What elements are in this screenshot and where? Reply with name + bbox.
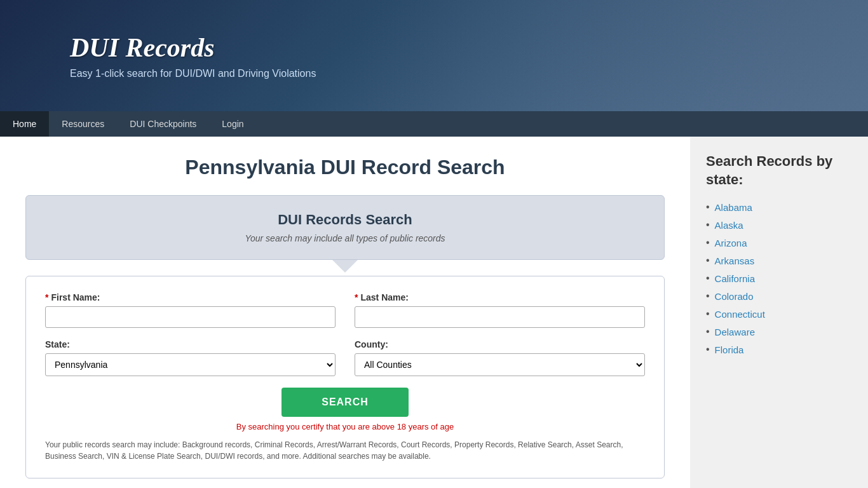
nav-resources[interactable]: Resources xyxy=(49,111,117,137)
first-name-label: *First Name: xyxy=(45,292,336,302)
search-button[interactable]: SEARCH xyxy=(281,388,409,417)
age-warning: By searching you certify that you are ab… xyxy=(45,422,645,431)
county-label: County: xyxy=(355,339,645,349)
main-content: Pennsylvania DUI Record Search DUI Recor… xyxy=(0,137,690,488)
page-body: Pennsylvania DUI Record Search DUI Recor… xyxy=(0,137,868,488)
list-item: Alaska xyxy=(706,219,852,231)
state-link-alaska[interactable]: Alaska xyxy=(715,220,743,231)
first-name-required: * xyxy=(45,292,48,302)
list-item: California xyxy=(706,273,852,284)
state-select[interactable]: Pennsylvania xyxy=(45,353,336,376)
first-name-input[interactable] xyxy=(45,306,336,328)
state-county-row: State: Pennsylvania County: All Counties xyxy=(45,339,645,376)
last-name-required: * xyxy=(355,292,358,302)
form-area: *First Name: *Last Name: State: Pennsylv… xyxy=(25,276,665,478)
state-label: State: xyxy=(45,339,336,349)
state-link-colorado[interactable]: Colorado xyxy=(715,291,754,302)
name-row: *First Name: *Last Name: xyxy=(45,292,645,328)
site-header: DUI Records Easy 1-click search for DUI/… xyxy=(0,0,868,111)
list-item: Arizona xyxy=(706,237,852,248)
site-title: DUI Records xyxy=(70,32,316,63)
triangle-pointer xyxy=(332,260,358,273)
search-box-subtitle: Your search may include all types of pub… xyxy=(42,233,648,243)
first-name-group: *First Name: xyxy=(45,292,336,328)
header-text: DUI Records Easy 1-click search for DUI/… xyxy=(70,32,316,79)
search-box-title: DUI Records Search xyxy=(42,212,648,228)
state-link-alabama[interactable]: Alabama xyxy=(715,202,752,213)
sidebar: Search Records by state: Alabama Alaska … xyxy=(690,137,868,488)
sidebar-title: Search Records by state: xyxy=(706,152,852,189)
list-item: Connecticut xyxy=(706,308,852,320)
list-item: Colorado xyxy=(706,290,852,302)
site-subtitle: Easy 1-click search for DUI/DWI and Driv… xyxy=(70,68,316,79)
state-group: State: Pennsylvania xyxy=(45,339,336,376)
list-item: Delaware xyxy=(706,326,852,337)
list-item: Arkansas xyxy=(706,255,852,266)
state-link-arkansas[interactable]: Arkansas xyxy=(715,255,755,266)
list-item: Alabama xyxy=(706,201,852,213)
state-link-connecticut[interactable]: Connecticut xyxy=(715,309,765,320)
page-title: Pennsylvania DUI Record Search xyxy=(25,156,665,179)
nav-dui-checkpoints[interactable]: DUI Checkpoints xyxy=(117,111,209,137)
last-name-input[interactable] xyxy=(355,306,645,328)
nav-login[interactable]: Login xyxy=(209,111,256,137)
state-link-delaware[interactable]: Delaware xyxy=(715,327,755,337)
header-overlay xyxy=(347,0,868,111)
state-link-florida[interactable]: Florida xyxy=(715,344,744,355)
main-nav: Home Resources DUI Checkpoints Login xyxy=(0,111,868,137)
last-name-label: *Last Name: xyxy=(355,292,645,302)
list-item: Florida xyxy=(706,344,852,355)
state-link-arizona[interactable]: Arizona xyxy=(715,238,747,248)
nav-home[interactable]: Home xyxy=(0,111,49,137)
last-name-group: *Last Name: xyxy=(355,292,645,328)
county-select[interactable]: All Counties xyxy=(355,353,645,376)
disclaimer-text: Your public records search may include: … xyxy=(45,439,645,462)
county-group: County: All Counties xyxy=(355,339,645,376)
state-link-california[interactable]: California xyxy=(715,273,755,284)
state-list: Alabama Alaska Arizona Arkansas Californ… xyxy=(706,201,852,355)
search-box-header: DUI Records Search Your search may inclu… xyxy=(25,195,665,260)
